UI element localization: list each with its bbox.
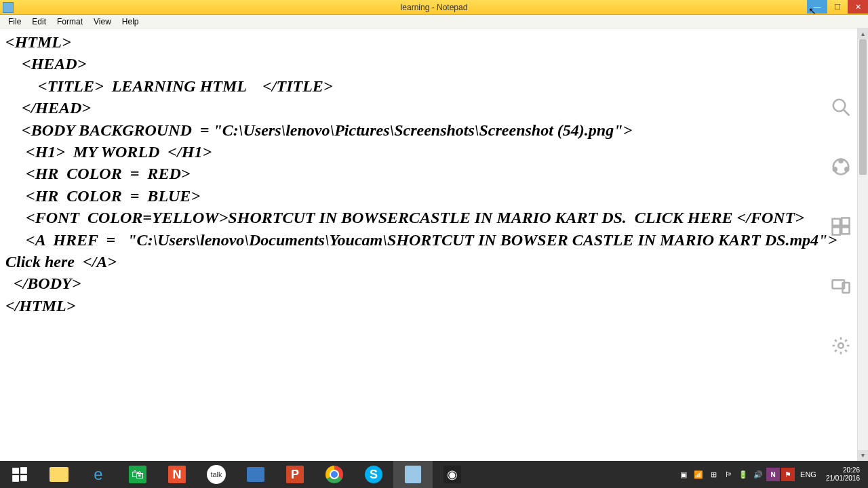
notepad-icon	[3, 2, 14, 13]
svg-rect-14	[20, 467, 27, 474]
powerpoint-button[interactable]: P	[275, 461, 315, 488]
svg-rect-13	[12, 468, 19, 474]
security-tray-icon[interactable]: ⚑	[781, 468, 795, 481]
chrome-button[interactable]	[315, 461, 354, 488]
onenote-tray-icon[interactable]: N	[766, 468, 780, 481]
svg-point-3	[840, 159, 843, 163]
language-indicator[interactable]: ENG	[796, 470, 821, 479]
clock-date: 21/01/2016	[826, 474, 860, 483]
clock[interactable]: 20:26 21/01/2016	[822, 466, 864, 483]
nitro-button[interactable]: N	[157, 461, 197, 488]
text-editor[interactable]: <HTML> <HEAD> <TITLE> LEARNING HTML </TI…	[0, 28, 857, 461]
internet-explorer-button[interactable]: e	[79, 461, 118, 488]
menu-file[interactable]: File	[3, 16, 26, 28]
photos-button[interactable]	[236, 461, 275, 488]
svg-rect-16	[20, 475, 27, 481]
menu-edit[interactable]: Edit	[26, 16, 52, 28]
svg-rect-15	[12, 475, 19, 482]
battery-icon[interactable]: 🔋	[736, 468, 750, 481]
settings-icon[interactable]	[829, 333, 853, 358]
svg-rect-6	[833, 219, 840, 226]
search-icon[interactable]	[829, 95, 853, 119]
menu-bar: File Edit Format View Help	[0, 15, 868, 28]
maximize-button[interactable]: ☐	[827, 0, 848, 14]
svg-point-5	[845, 167, 848, 171]
charm-bar	[829, 95, 853, 358]
network-icon[interactable]: 📶	[692, 468, 705, 481]
tray-app-icon[interactable]: ▣	[677, 468, 690, 481]
skype-button[interactable]: S	[354, 461, 393, 488]
svg-rect-8	[833, 227, 840, 235]
volume-icon[interactable]: 🔊	[751, 468, 765, 481]
svg-line-1	[844, 110, 850, 116]
taskbar: e 🛍 N talk P S ◉ ▣ 📶 ⊞ 🏳 🔋 🔊 N ⚑ ENG 20:…	[0, 461, 868, 488]
file-explorer-button[interactable]	[39, 461, 79, 488]
start-icon[interactable]	[829, 214, 853, 239]
window-controls: — ☐ ✕	[807, 0, 868, 14]
tray-windows-icon[interactable]: ⊞	[707, 468, 720, 481]
vertical-scrollbar[interactable]: ▴ ▾	[857, 28, 868, 461]
close-button[interactable]: ✕	[848, 0, 868, 14]
share-icon[interactable]	[829, 155, 853, 179]
editor-area: <HTML> <HEAD> <TITLE> LEARNING HTML </TI…	[0, 28, 868, 461]
svg-point-0	[833, 100, 846, 112]
clock-time: 20:26	[826, 466, 860, 474]
start-button[interactable]	[0, 461, 39, 488]
svg-point-4	[833, 167, 837, 171]
svg-rect-9	[842, 227, 849, 234]
svg-rect-7	[842, 218, 849, 226]
scroll-thumb[interactable]	[859, 39, 867, 175]
devices-icon[interactable]	[829, 274, 853, 298]
minimize-button[interactable]: —	[807, 0, 827, 14]
scroll-down-icon[interactable]: ▾	[858, 450, 868, 461]
action-center-icon[interactable]: 🏳	[722, 468, 735, 481]
system-tray: ▣ 📶 ⊞ 🏳 🔋 🔊 N ⚑ ENG 20:26 21/01/2016	[673, 461, 868, 488]
title-bar: learning - Notepad — ☐ ✕ ↖	[0, 0, 868, 15]
window-title: learning - Notepad	[401, 3, 468, 12]
scroll-up-icon[interactable]: ▴	[858, 28, 868, 39]
menu-help[interactable]: Help	[117, 16, 144, 28]
talk-button[interactable]: talk	[197, 461, 236, 488]
svg-point-12	[838, 343, 844, 348]
menu-view[interactable]: View	[88, 16, 117, 28]
camera-button[interactable]: ◉	[433, 461, 472, 488]
menu-format[interactable]: Format	[52, 16, 88, 28]
store-button[interactable]: 🛍	[118, 461, 157, 488]
notepad-taskbar-button[interactable]	[393, 461, 433, 488]
